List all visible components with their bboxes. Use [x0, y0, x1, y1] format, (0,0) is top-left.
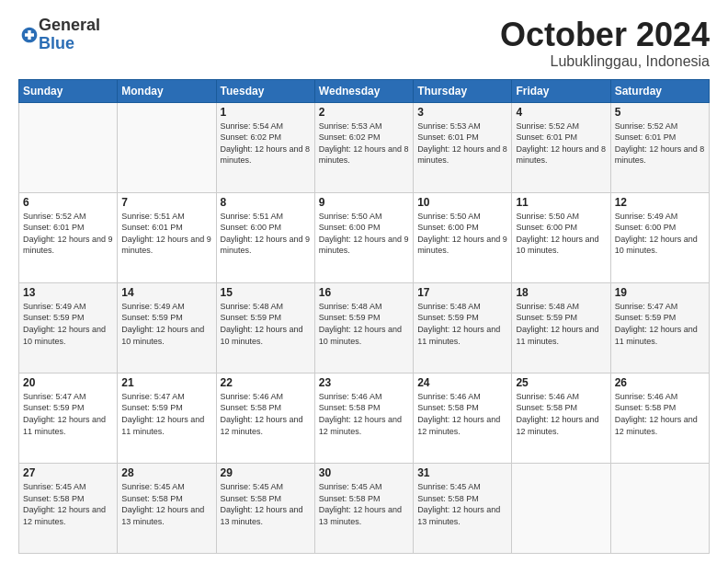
day-info: Sunrise: 5:45 AMSunset: 5:58 PMDaylight:…	[221, 482, 303, 526]
day-number: 3	[417, 106, 507, 119]
calendar-cell: 13Sunrise: 5:49 AMSunset: 5:59 PMDayligh…	[19, 282, 118, 373]
day-info: Sunrise: 5:45 AMSunset: 5:58 PMDaylight:…	[417, 482, 500, 526]
logo-blue: Blue	[39, 35, 100, 53]
day-info: Sunrise: 5:51 AMSunset: 6:01 PMDaylight:…	[121, 212, 211, 256]
day-number: 23	[319, 376, 409, 389]
calendar-cell: 18Sunrise: 5:48 AMSunset: 5:59 PMDayligh…	[512, 282, 610, 373]
day-number: 10	[417, 196, 507, 209]
day-number: 29	[221, 466, 311, 479]
day-number: 4	[516, 106, 606, 119]
day-number: 16	[319, 286, 409, 299]
logo-text: General Blue	[39, 17, 100, 53]
day-info: Sunrise: 5:48 AMSunset: 5:59 PMDaylight:…	[516, 302, 598, 346]
day-number: 25	[516, 376, 606, 389]
calendar-cell	[512, 463, 610, 553]
day-number: 9	[319, 196, 409, 209]
weekday-header-wednesday: Wednesday	[314, 79, 413, 102]
day-info: Sunrise: 5:53 AMSunset: 6:02 PMDaylight:…	[319, 121, 409, 166]
logo-icon	[20, 26, 39, 44]
day-number: 30	[319, 466, 409, 479]
calendar-cell: 20Sunrise: 5:47 AMSunset: 5:59 PMDayligh…	[19, 373, 118, 463]
day-number: 21	[121, 376, 211, 389]
calendar-cell: 3Sunrise: 5:53 AMSunset: 6:01 PMDaylight…	[414, 102, 512, 192]
day-number: 28	[121, 466, 211, 479]
calendar-week-row: 20Sunrise: 5:47 AMSunset: 5:59 PMDayligh…	[19, 373, 710, 463]
calendar-cell: 15Sunrise: 5:48 AMSunset: 5:59 PMDayligh…	[216, 282, 314, 373]
calendar-week-row: 27Sunrise: 5:45 AMSunset: 5:58 PMDayligh…	[19, 463, 710, 553]
day-number: 8	[221, 196, 311, 209]
day-number: 18	[516, 286, 606, 299]
day-info: Sunrise: 5:54 AMSunset: 6:02 PMDaylight:…	[221, 121, 311, 166]
calendar-header-row: SundayMondayTuesdayWednesdayThursdayFrid…	[19, 79, 710, 102]
day-number: 22	[221, 376, 311, 389]
day-info: Sunrise: 5:52 AMSunset: 6:01 PMDaylight:…	[516, 121, 606, 166]
day-info: Sunrise: 5:46 AMSunset: 5:58 PMDaylight:…	[615, 392, 698, 436]
calendar-cell: 7Sunrise: 5:51 AMSunset: 6:01 PMDaylight…	[118, 192, 216, 282]
calendar-cell: 26Sunrise: 5:46 AMSunset: 5:58 PMDayligh…	[610, 373, 709, 463]
day-number: 17	[417, 286, 507, 299]
calendar-cell: 27Sunrise: 5:45 AMSunset: 5:58 PMDayligh…	[19, 463, 118, 553]
day-number: 15	[221, 286, 311, 299]
weekday-header-sunday: Sunday	[19, 79, 118, 102]
weekday-header-monday: Monday	[118, 79, 216, 102]
calendar-cell: 10Sunrise: 5:50 AMSunset: 6:00 PMDayligh…	[414, 192, 512, 282]
calendar-cell: 17Sunrise: 5:48 AMSunset: 5:59 PMDayligh…	[414, 282, 512, 373]
calendar-cell	[19, 102, 118, 192]
day-number: 20	[23, 376, 113, 389]
calendar-cell: 21Sunrise: 5:47 AMSunset: 5:59 PMDayligh…	[118, 373, 216, 463]
calendar-cell: 28Sunrise: 5:45 AMSunset: 5:58 PMDayligh…	[118, 463, 216, 553]
calendar-cell	[118, 102, 216, 192]
calendar-cell: 29Sunrise: 5:45 AMSunset: 5:58 PMDayligh…	[216, 463, 314, 553]
day-number: 2	[319, 106, 409, 119]
day-info: Sunrise: 5:49 AMSunset: 5:59 PMDaylight:…	[23, 302, 106, 346]
day-info: Sunrise: 5:47 AMSunset: 5:59 PMDaylight:…	[615, 302, 698, 346]
calendar-cell: 11Sunrise: 5:50 AMSunset: 6:00 PMDayligh…	[512, 192, 610, 282]
day-info: Sunrise: 5:46 AMSunset: 5:58 PMDaylight:…	[319, 392, 402, 436]
day-info: Sunrise: 5:50 AMSunset: 6:00 PMDaylight:…	[516, 212, 598, 256]
header: General Blue October 2024 Lubuklinggau, …	[18, 17, 710, 70]
day-info: Sunrise: 5:45 AMSunset: 5:58 PMDaylight:…	[319, 482, 402, 526]
calendar-cell	[610, 463, 709, 553]
day-number: 13	[23, 286, 113, 299]
day-info: Sunrise: 5:52 AMSunset: 6:01 PMDaylight:…	[23, 212, 113, 256]
weekday-header-thursday: Thursday	[414, 79, 512, 102]
location: Lubuklinggau, Indonesia	[500, 53, 710, 70]
logo-general: General	[39, 17, 100, 35]
calendar-cell: 19Sunrise: 5:47 AMSunset: 5:59 PMDayligh…	[610, 282, 709, 373]
day-number: 14	[121, 286, 211, 299]
day-info: Sunrise: 5:47 AMSunset: 5:59 PMDaylight:…	[23, 392, 106, 436]
day-info: Sunrise: 5:48 AMSunset: 5:59 PMDaylight:…	[319, 302, 402, 346]
weekday-header-saturday: Saturday	[610, 79, 709, 102]
day-info: Sunrise: 5:46 AMSunset: 5:58 PMDaylight:…	[516, 392, 598, 436]
day-number: 6	[23, 196, 113, 209]
calendar-cell: 2Sunrise: 5:53 AMSunset: 6:02 PMDaylight…	[314, 102, 413, 192]
day-info: Sunrise: 5:48 AMSunset: 5:59 PMDaylight:…	[221, 302, 303, 346]
day-info: Sunrise: 5:47 AMSunset: 5:59 PMDaylight:…	[121, 392, 204, 436]
calendar-cell: 25Sunrise: 5:46 AMSunset: 5:58 PMDayligh…	[512, 373, 610, 463]
day-number: 7	[121, 196, 211, 209]
calendar-week-row: 6Sunrise: 5:52 AMSunset: 6:01 PMDaylight…	[19, 192, 710, 282]
day-info: Sunrise: 5:45 AMSunset: 5:58 PMDaylight:…	[23, 482, 106, 526]
calendar-cell: 22Sunrise: 5:46 AMSunset: 5:58 PMDayligh…	[216, 373, 314, 463]
day-info: Sunrise: 5:49 AMSunset: 6:00 PMDaylight:…	[615, 212, 698, 256]
day-number: 1	[221, 106, 311, 119]
page: General Blue October 2024 Lubuklinggau, …	[0, 0, 728, 563]
day-info: Sunrise: 5:46 AMSunset: 5:58 PMDaylight:…	[417, 392, 500, 436]
calendar-cell: 1Sunrise: 5:54 AMSunset: 6:02 PMDaylight…	[216, 102, 314, 192]
day-info: Sunrise: 5:50 AMSunset: 6:00 PMDaylight:…	[319, 212, 409, 256]
title-block: October 2024 Lubuklinggau, Indonesia	[500, 17, 710, 70]
day-number: 11	[516, 196, 606, 209]
day-number: 5	[615, 106, 705, 119]
calendar-cell: 6Sunrise: 5:52 AMSunset: 6:01 PMDaylight…	[19, 192, 118, 282]
calendar-cell: 23Sunrise: 5:46 AMSunset: 5:58 PMDayligh…	[314, 373, 413, 463]
day-info: Sunrise: 5:45 AMSunset: 5:58 PMDaylight:…	[121, 482, 204, 526]
day-number: 27	[23, 466, 113, 479]
logo: General Blue	[18, 17, 100, 53]
weekday-header-friday: Friday	[512, 79, 610, 102]
day-number: 31	[417, 466, 507, 479]
day-number: 26	[615, 376, 705, 389]
weekday-header-tuesday: Tuesday	[216, 79, 314, 102]
calendar-week-row: 1Sunrise: 5:54 AMSunset: 6:02 PMDaylight…	[19, 102, 710, 192]
day-info: Sunrise: 5:46 AMSunset: 5:58 PMDaylight:…	[221, 392, 303, 436]
calendar-cell: 30Sunrise: 5:45 AMSunset: 5:58 PMDayligh…	[314, 463, 413, 553]
